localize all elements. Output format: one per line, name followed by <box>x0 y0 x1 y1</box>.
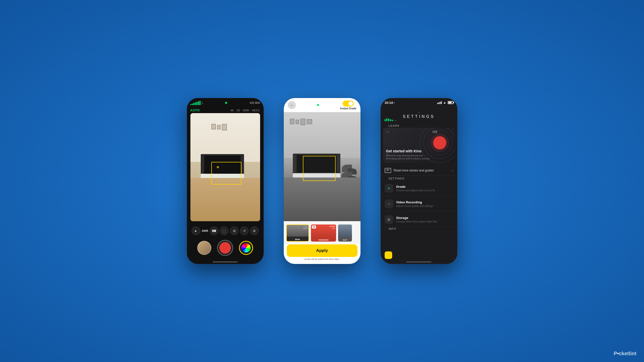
grade-strip-bnw[interactable]: 700BNW BNW <box>286 224 309 242</box>
phone-3: 10:14 ▪ ▲ ⌄ <box>381 98 457 264</box>
signal-bars <box>190 101 200 105</box>
book-icon <box>385 168 391 173</box>
auto-bar: AUTO 4K · 30 · HDR · HEVC <box>187 108 264 113</box>
grade-desc: Choose and adjust looks and LUTs <box>396 189 453 192</box>
phone-2-top-nav: ‹ Instant Grade <box>284 98 360 112</box>
storage-row[interactable]: ▤ Storage Change where Kino saves video … <box>381 212 457 227</box>
bw-frame <box>300 119 305 125</box>
toggle-label: Instant Grade <box>340 107 356 110</box>
pocketlint-text: P•cketlint <box>614 351 636 356</box>
time-area: 10:14 ▪ <box>385 101 395 105</box>
storage-desc: Change where Kino saves video files <box>396 220 453 223</box>
storage-title: Storage <box>396 216 453 220</box>
bw-frames <box>290 119 312 125</box>
thumbnail-button[interactable] <box>197 241 211 255</box>
battery-icon <box>448 101 453 104</box>
video-recording-title: Video Recording <box>396 200 453 204</box>
settings-button[interactable]: ⚙ <box>250 227 259 235</box>
grade-strips: 700BNW BNW T6 WARM135 TAMARISK ALP <box>284 222 360 244</box>
awb-button[interactable]: AWB <box>202 229 208 232</box>
room-scene <box>190 113 260 221</box>
video-recording-row[interactable]: ⬭ Video Recording Adjust record quality … <box>381 197 457 211</box>
grade-baked-text: Grade will be baked into final video. <box>284 258 360 260</box>
read-more-left: Read more stories and guides <box>385 168 434 173</box>
focus-box <box>211 162 242 185</box>
crop-button[interactable]: ⬚ <box>220 227 228 235</box>
bw-floor <box>284 177 360 221</box>
instant-grade-toggle-group: Instant Grade <box>340 101 356 110</box>
info-label: INFO <box>385 227 400 232</box>
logo-icon: ⌄ <box>381 109 457 114</box>
lr-indicator: L R <box>202 101 203 105</box>
grade-strip-alpine[interactable]: ALP <box>338 224 352 242</box>
bw-focus-box <box>303 156 336 181</box>
read-more-row[interactable]: Read more stories and guides › <box>381 165 457 176</box>
phones-container: L R 435 MIN AUTO 4K · 30 · HDR · HEVC <box>187 98 457 264</box>
toggle-knob <box>348 101 353 106</box>
active-dot <box>225 102 227 104</box>
kino-promo-card[interactable]: HD ▋▊▉ △ ▭ AF Get started with Kino Welc… <box>383 128 455 163</box>
battery-time: 435 MIN <box>250 101 260 104</box>
play-icon: ▶ <box>195 230 197 232</box>
wall-frame <box>211 124 216 129</box>
strip-warm-info: WARM135 <box>330 225 335 230</box>
rainbow-icon <box>242 243 251 252</box>
bw-viewfinder <box>284 112 360 221</box>
phone-2-screen: ‹ Instant Grade <box>284 98 360 264</box>
t6-badge: T6 <box>312 225 316 229</box>
phone-1-status-bar: L R 435 MIN <box>187 98 264 108</box>
learn-section-label: LEARN <box>385 123 404 128</box>
play-button[interactable]: ▶ <box>192 227 200 235</box>
video-recording-row-text: Video Recording Adjust record quality an… <box>396 200 453 207</box>
strip-label-bnw: BNW <box>295 238 300 241</box>
kino-promo-title: Get started with Kino <box>386 149 432 153</box>
crop-icon: ⬚ <box>223 229 226 233</box>
kino-promo-text: Get started with Kino Welcome! Start lea… <box>386 149 432 160</box>
settings-section-label: SETTINGS <box>385 176 409 180</box>
status-icons: ▲ <box>437 101 453 104</box>
video-icon-symbol: ⬭ <box>388 202 390 206</box>
bottom-actions <box>187 238 264 258</box>
viewfinder <box>190 113 260 221</box>
phone-1-screen: L R 435 MIN AUTO 4K · 30 · HDR · HEVC <box>187 98 264 264</box>
grid-icon: ⊞ <box>233 229 236 233</box>
info-section-label: INFO <box>385 226 400 231</box>
grade-strip-tamarisk[interactable]: T6 WARM135 TAMARISK <box>311 224 336 242</box>
grade-button[interactable] <box>239 241 253 255</box>
flip-button[interactable]: ↺ <box>240 227 249 235</box>
signal-icon <box>437 101 442 104</box>
camera-settings-text: 4K · 30 · HDR · HEVC <box>230 109 260 112</box>
grade-title: Grade <box>396 185 453 189</box>
active-dot-2 <box>317 104 319 106</box>
battery-icon-top: ▪ <box>394 101 395 104</box>
back-icon: ‹ <box>291 103 292 107</box>
grade-icon-symbol: ✦ <box>387 186 390 190</box>
strip-info: 700BNW <box>303 226 307 230</box>
grid-button[interactable]: ⊞ <box>230 227 238 235</box>
wifi-icon: ▲ <box>443 101 446 104</box>
storage-icon-symbol: ▤ <box>387 218 390 221</box>
video-recording-desc: Adjust record quality and settings <box>396 205 453 207</box>
apply-button[interactable]: Apply <box>287 244 357 257</box>
kino-icon-lock: ▭ <box>436 145 438 148</box>
home-indicator <box>213 261 238 262</box>
info-icon <box>385 251 392 259</box>
auto-label: AUTO <box>190 109 200 112</box>
strip-label-tamarisk: TAMARISK <box>318 239 329 241</box>
bw-frame <box>307 119 312 124</box>
grade-row[interactable]: ✦ Grade Choose and adjust looks and LUTs <box>381 181 457 196</box>
status-time: 10:14 <box>385 101 393 105</box>
grade-icon: ✦ <box>385 184 393 193</box>
kino-icon-hd: HD <box>386 131 389 133</box>
instant-grade-toggle[interactable] <box>343 101 354 107</box>
bw-frame <box>296 120 299 124</box>
level-bars <box>385 118 396 121</box>
wall-frames <box>211 124 227 130</box>
chevron-right-icon: › <box>452 168 453 172</box>
waveform-icon: ▋▊▉ <box>212 230 216 232</box>
pocketlint-watermark: P•cketlint <box>614 351 636 356</box>
apply-container: Apply <box>287 244 357 257</box>
waveform-button[interactable]: ▋▊▉ <box>210 227 218 235</box>
record-button[interactable] <box>217 240 233 256</box>
back-button[interactable]: ‹ <box>288 101 296 109</box>
